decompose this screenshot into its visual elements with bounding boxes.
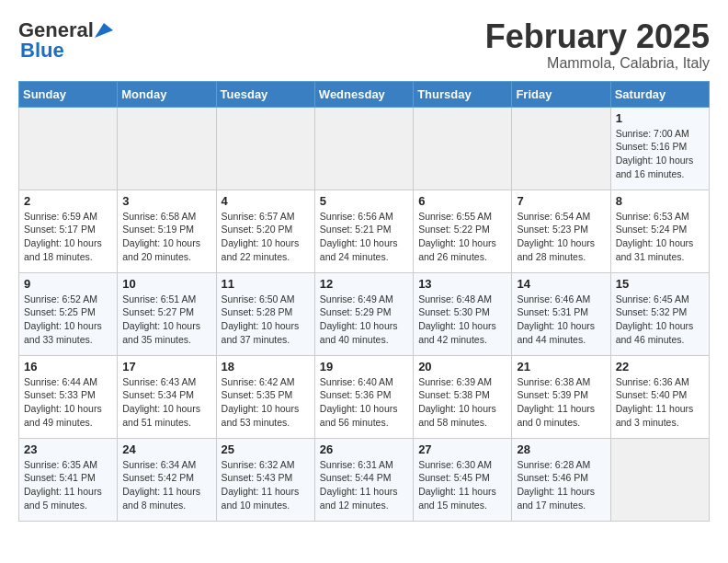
day-info: Sunrise: 6:52 AM Sunset: 5:25 PM Dayligh… — [24, 293, 112, 347]
day-number: 6 — [418, 194, 506, 208]
day-number: 3 — [122, 194, 210, 208]
svg-marker-0 — [95, 23, 113, 38]
calendar-week-1: 1Sunrise: 7:00 AM Sunset: 5:16 PM Daylig… — [19, 107, 710, 190]
calendar-cell — [216, 107, 314, 190]
day-number: 15 — [616, 277, 704, 291]
day-info: Sunrise: 6:40 AM Sunset: 5:36 PM Dayligh… — [320, 375, 408, 430]
day-number: 24 — [122, 442, 210, 456]
calendar-cell: 5Sunrise: 6:56 AM Sunset: 5:21 PM Daylig… — [314, 190, 413, 272]
day-info: Sunrise: 6:49 AM Sunset: 5:29 PM Dayligh… — [320, 293, 408, 347]
day-number: 22 — [616, 360, 704, 373]
weekday-header-sunday: Sunday — [19, 81, 118, 107]
weekday-header-wednesday: Wednesday — [314, 81, 413, 107]
calendar-cell: 24Sunrise: 6:34 AM Sunset: 5:42 PM Dayli… — [118, 438, 216, 521]
logo-blue-text: Blue — [20, 39, 64, 63]
calendar-cell: 17Sunrise: 6:43 AM Sunset: 5:34 PM Dayli… — [118, 355, 216, 438]
logo: General Blue — [18, 18, 113, 63]
calendar-cell: 14Sunrise: 6:46 AM Sunset: 5:31 PM Dayli… — [512, 272, 610, 355]
weekday-header-thursday: Thursday — [414, 81, 512, 107]
logo-icon — [95, 23, 113, 38]
weekday-header-row: SundayMondayTuesdayWednesdayThursdayFrid… — [19, 81, 710, 107]
day-info: Sunrise: 6:54 AM Sunset: 5:23 PM Dayligh… — [517, 210, 605, 264]
calendar-cell: 15Sunrise: 6:45 AM Sunset: 5:32 PM Dayli… — [610, 272, 709, 355]
calendar-cell: 27Sunrise: 6:30 AM Sunset: 5:45 PM Dayli… — [414, 438, 512, 521]
day-info: Sunrise: 6:30 AM Sunset: 5:45 PM Dayligh… — [418, 458, 506, 512]
day-info: Sunrise: 6:38 AM Sunset: 5:39 PM Dayligh… — [517, 375, 605, 430]
day-number: 11 — [222, 277, 310, 291]
day-number: 14 — [517, 277, 605, 291]
calendar-cell: 10Sunrise: 6:51 AM Sunset: 5:27 PM Dayli… — [118, 272, 216, 355]
calendar-cell — [512, 107, 610, 190]
day-info: Sunrise: 6:35 AM Sunset: 5:41 PM Dayligh… — [24, 458, 112, 512]
day-number: 17 — [122, 360, 210, 373]
day-info: Sunrise: 6:53 AM Sunset: 5:24 PM Dayligh… — [616, 210, 704, 264]
day-info: Sunrise: 6:50 AM Sunset: 5:28 PM Dayligh… — [222, 293, 310, 347]
day-number: 5 — [320, 194, 408, 208]
day-info: Sunrise: 6:42 AM Sunset: 5:35 PM Dayligh… — [222, 375, 310, 430]
calendar-cell: 28Sunrise: 6:28 AM Sunset: 5:46 PM Dayli… — [512, 438, 610, 521]
day-info: Sunrise: 6:51 AM Sunset: 5:27 PM Dayligh… — [122, 293, 210, 347]
calendar-cell: 3Sunrise: 6:58 AM Sunset: 5:19 PM Daylig… — [118, 190, 216, 272]
location-title: Mammola, Calabria, Italy — [485, 55, 710, 72]
day-info: Sunrise: 6:39 AM Sunset: 5:38 PM Dayligh… — [418, 375, 506, 430]
day-info: Sunrise: 6:34 AM Sunset: 5:42 PM Dayligh… — [122, 458, 210, 512]
calendar-cell — [610, 438, 709, 521]
calendar-cell — [19, 107, 118, 190]
day-info: Sunrise: 6:32 AM Sunset: 5:43 PM Dayligh… — [222, 458, 310, 512]
page-header: General Blue February 2025 Mammola, Cala… — [18, 18, 710, 72]
calendar-cell: 7Sunrise: 6:54 AM Sunset: 5:23 PM Daylig… — [512, 190, 610, 272]
calendar-cell: 18Sunrise: 6:42 AM Sunset: 5:35 PM Dayli… — [216, 355, 314, 438]
weekday-header-saturday: Saturday — [610, 81, 709, 107]
day-number: 2 — [24, 194, 112, 208]
day-number: 25 — [222, 442, 310, 456]
day-info: Sunrise: 6:58 AM Sunset: 5:19 PM Dayligh… — [122, 210, 210, 264]
day-number: 18 — [222, 360, 310, 373]
calendar-table: SundayMondayTuesdayWednesdayThursdayFrid… — [18, 81, 710, 522]
calendar-cell — [414, 107, 512, 190]
calendar-cell: 11Sunrise: 6:50 AM Sunset: 5:28 PM Dayli… — [216, 272, 314, 355]
calendar-cell: 23Sunrise: 6:35 AM Sunset: 5:41 PM Dayli… — [19, 438, 118, 521]
weekday-header-monday: Monday — [118, 81, 216, 107]
calendar-cell: 22Sunrise: 6:36 AM Sunset: 5:40 PM Dayli… — [610, 355, 709, 438]
day-info: Sunrise: 6:45 AM Sunset: 5:32 PM Dayligh… — [616, 293, 704, 347]
day-number: 20 — [418, 360, 506, 373]
day-info: Sunrise: 6:36 AM Sunset: 5:40 PM Dayligh… — [616, 375, 704, 430]
calendar-cell — [314, 107, 413, 190]
day-info: Sunrise: 6:46 AM Sunset: 5:31 PM Dayligh… — [517, 293, 605, 347]
day-number: 27 — [418, 442, 506, 456]
day-number: 7 — [517, 194, 605, 208]
day-info: Sunrise: 6:44 AM Sunset: 5:33 PM Dayligh… — [24, 375, 112, 430]
day-number: 19 — [320, 360, 408, 373]
calendar-cell: 19Sunrise: 6:40 AM Sunset: 5:36 PM Dayli… — [314, 355, 413, 438]
calendar-cell: 16Sunrise: 6:44 AM Sunset: 5:33 PM Dayli… — [19, 355, 118, 438]
day-info: Sunrise: 6:59 AM Sunset: 5:17 PM Dayligh… — [24, 210, 112, 264]
title-block: February 2025 Mammola, Calabria, Italy — [485, 18, 710, 72]
calendar-cell: 20Sunrise: 6:39 AM Sunset: 5:38 PM Dayli… — [414, 355, 512, 438]
calendar-cell: 12Sunrise: 6:49 AM Sunset: 5:29 PM Dayli… — [314, 272, 413, 355]
day-info: Sunrise: 6:28 AM Sunset: 5:46 PM Dayligh… — [517, 458, 605, 512]
calendar-week-5: 23Sunrise: 6:35 AM Sunset: 5:41 PM Dayli… — [19, 438, 710, 521]
day-info: Sunrise: 6:31 AM Sunset: 5:44 PM Dayligh… — [320, 458, 408, 512]
weekday-header-friday: Friday — [512, 81, 610, 107]
calendar-week-3: 9Sunrise: 6:52 AM Sunset: 5:25 PM Daylig… — [19, 272, 710, 355]
day-number: 9 — [24, 277, 112, 291]
day-info: Sunrise: 7:00 AM Sunset: 5:16 PM Dayligh… — [616, 127, 704, 181]
calendar-week-2: 2Sunrise: 6:59 AM Sunset: 5:17 PM Daylig… — [19, 190, 710, 272]
calendar-cell: 4Sunrise: 6:57 AM Sunset: 5:20 PM Daylig… — [216, 190, 314, 272]
calendar-cell: 1Sunrise: 7:00 AM Sunset: 5:16 PM Daylig… — [610, 107, 709, 190]
calendar-cell: 25Sunrise: 6:32 AM Sunset: 5:43 PM Dayli… — [216, 438, 314, 521]
weekday-header-tuesday: Tuesday — [216, 81, 314, 107]
month-title: February 2025 — [485, 18, 710, 55]
day-info: Sunrise: 6:55 AM Sunset: 5:22 PM Dayligh… — [418, 210, 506, 264]
day-number: 28 — [517, 442, 605, 456]
calendar-cell: 8Sunrise: 6:53 AM Sunset: 5:24 PM Daylig… — [610, 190, 709, 272]
day-number: 4 — [222, 194, 310, 208]
day-info: Sunrise: 6:56 AM Sunset: 5:21 PM Dayligh… — [320, 210, 408, 264]
calendar-cell: 6Sunrise: 6:55 AM Sunset: 5:22 PM Daylig… — [414, 190, 512, 272]
calendar-week-4: 16Sunrise: 6:44 AM Sunset: 5:33 PM Dayli… — [19, 355, 710, 438]
day-number: 23 — [24, 442, 112, 456]
day-number: 26 — [320, 442, 408, 456]
day-number: 10 — [122, 277, 210, 291]
calendar-cell: 9Sunrise: 6:52 AM Sunset: 5:25 PM Daylig… — [19, 272, 118, 355]
day-info: Sunrise: 6:43 AM Sunset: 5:34 PM Dayligh… — [122, 375, 210, 430]
